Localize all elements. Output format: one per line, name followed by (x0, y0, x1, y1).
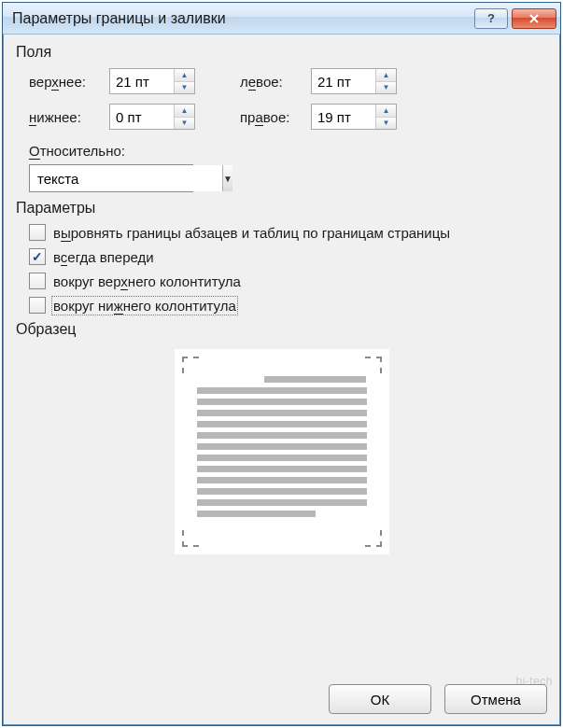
preview-text-lines (197, 376, 367, 517)
spin-up-icon[interactable]: ▲ (175, 105, 194, 118)
input-margin-left[interactable] (312, 69, 375, 93)
spin-up-icon[interactable]: ▲ (175, 69, 194, 82)
checkbox-icon (29, 297, 46, 314)
group-options-title: Параметры (16, 200, 547, 217)
input-margin-bottom[interactable] (110, 105, 174, 129)
combo-relative-input[interactable] (30, 165, 222, 191)
watermark: hi-tech (515, 675, 553, 688)
spinner-margin-top[interactable]: ▲ ▼ (109, 68, 195, 94)
checkbox-label: вокруг нижнего колонтитула (53, 298, 236, 314)
spin-down-icon[interactable]: ▼ (376, 82, 396, 94)
checkbox-icon (29, 224, 46, 241)
combo-relative[interactable]: ▼ (29, 164, 193, 192)
label-relative: Относительно: (29, 143, 547, 159)
corner-marker-icon (182, 530, 199, 547)
ok-button[interactable]: ОК (329, 684, 431, 714)
spinner-margin-bottom[interactable]: ▲ ▼ (109, 104, 195, 130)
spin-down-icon[interactable]: ▼ (175, 118, 194, 130)
corner-marker-icon (365, 357, 382, 373)
checkbox-around-footer[interactable]: вокруг нижнего колонтитула (29, 297, 547, 314)
checkbox-label: всегда впереди (53, 249, 154, 265)
checkbox-always-front[interactable]: ✓ всегда впереди (29, 248, 547, 265)
close-button[interactable] (512, 8, 556, 29)
spinner-margin-left[interactable]: ▲ ▼ (311, 68, 397, 94)
spinner-margin-right[interactable]: ▲ ▼ (311, 104, 397, 130)
checkbox-around-header[interactable]: вокруг верхнего колонтитула (29, 273, 547, 289)
label-margin-right: правое: (240, 109, 311, 125)
dialog-content: Поля верхнее: ▲ ▼ левое: ▲ ▼ (3, 35, 560, 554)
label-margin-bottom: нижнее: (29, 109, 109, 125)
corner-marker-icon (365, 530, 382, 547)
dialog-window: Параметры границы и заливки ? Поля верхн… (2, 2, 561, 726)
window-title: Параметры границы и заливки (12, 10, 471, 27)
input-margin-right[interactable] (312, 105, 375, 129)
checkbox-label: вокруг верхнего колонтитула (53, 273, 241, 289)
group-options: Параметры выровнять границы абзацев и та… (16, 200, 547, 314)
checkbox-icon (29, 273, 46, 289)
dialog-buttons: ОК Отмена (329, 684, 547, 714)
group-preview-title: Образец (16, 321, 547, 338)
checkbox-label: выровнять границы абзацев и таблиц по гр… (53, 225, 450, 241)
titlebar: Параметры границы и заливки ? (3, 3, 560, 35)
spin-up-icon[interactable]: ▲ (376, 69, 396, 82)
help-button[interactable]: ? (474, 8, 508, 29)
group-fields-title: Поля (16, 44, 547, 61)
label-margin-left: левое: (240, 74, 311, 90)
preview-pane (175, 349, 389, 554)
spin-up-icon[interactable]: ▲ (376, 105, 396, 118)
close-icon (528, 13, 540, 24)
spin-down-icon[interactable]: ▼ (376, 118, 396, 130)
spin-down-icon[interactable]: ▼ (175, 82, 194, 94)
checkbox-align-borders[interactable]: выровнять границы абзацев и таблиц по гр… (29, 224, 547, 241)
group-preview: Образец (16, 321, 547, 554)
chevron-down-icon[interactable]: ▼ (222, 165, 232, 191)
cancel-button[interactable]: Отмена (444, 684, 547, 714)
input-margin-top[interactable] (110, 69, 174, 93)
group-fields: Поля верхнее: ▲ ▼ левое: ▲ ▼ (16, 44, 547, 192)
checkbox-icon: ✓ (29, 248, 46, 265)
label-margin-top: верхнее: (29, 74, 109, 90)
corner-marker-icon (182, 357, 199, 373)
